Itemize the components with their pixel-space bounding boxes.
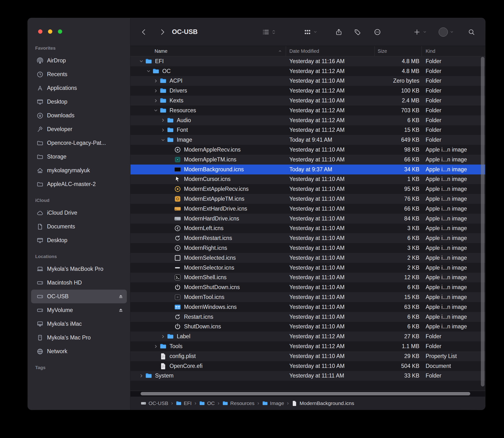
file-row[interactable]: Audio Yesterday at 11:12 AM 6 KB Folder <box>130 115 485 125</box>
disclosure-closed-icon[interactable] <box>152 343 160 350</box>
name-cell: ModernCursor.icns <box>130 176 286 183</box>
tag-button[interactable] <box>354 18 361 46</box>
minimize-button[interactable] <box>48 29 52 34</box>
file-row[interactable]: ModernAppleRecv.icns Yesterday at 11:10 … <box>130 145 485 155</box>
file-row[interactable]: Restart.icns Yesterday at 11:10 AM 6 KB … <box>130 312 485 322</box>
file-row[interactable]: ModernRight.icns Yesterday at 11:10 AM 3… <box>130 243 485 253</box>
horizontal-scrollbar-thumb[interactable] <box>141 392 470 395</box>
sidebar-item-myvolume[interactable]: MyVolume <box>31 303 127 317</box>
sidebar-item-desktop[interactable]: Desktop <box>31 95 127 109</box>
sidebar-item-mykolagrymalyuk[interactable]: mykolagrymalyuk <box>31 164 127 177</box>
path-item-resources[interactable]: Resources <box>222 400 254 406</box>
disclosure-closed-icon[interactable] <box>160 126 167 134</box>
more-button[interactable] <box>374 18 381 46</box>
column-header-date-modified[interactable]: Date Modified <box>286 46 375 56</box>
eject-icon[interactable] <box>118 294 124 300</box>
back-button[interactable] <box>140 18 148 46</box>
file-row[interactable]: config.plist Yesterday at 11:10 AM 29 KB… <box>130 351 485 361</box>
file-row[interactable]: ModernHardDrive.icns Yesterday at 11:10 … <box>130 214 485 224</box>
path-item-efi[interactable]: EFI <box>176 400 192 406</box>
file-row[interactable]: OpenCore.efi Yesterday at 11:10 AM 504 K… <box>130 361 485 371</box>
section-title: iCloud <box>31 197 127 204</box>
group-grid-button[interactable] <box>304 18 318 46</box>
file-row[interactable]: Drivers Yesterday at 11:12 AM 100 KB Fol… <box>130 86 485 96</box>
forward-button[interactable] <box>159 18 166 46</box>
file-row[interactable]: Kexts Yesterday at 11:10 AM 2.4 MB Folde… <box>130 96 485 106</box>
horizontal-scrollbar[interactable] <box>130 391 485 396</box>
sidebar-item-documents[interactable]: Documents <box>31 220 127 233</box>
file-row[interactable]: ModernExtHardDrive.icns Yesterday at 11:… <box>130 204 485 214</box>
sidebar-item-downloads[interactable]: Downloads <box>31 109 127 122</box>
share-button[interactable] <box>335 18 343 46</box>
vertical-scrollbar-thumb[interactable] <box>481 57 484 386</box>
path-item-oc-usb[interactable]: OC-USB <box>141 400 168 406</box>
file-row[interactable]: ModernSelected.icns Yesterday at 11:10 A… <box>130 253 485 263</box>
sidebar-item-opencore-legacy-pat-[interactable]: Opencore-Legacy-Pat... <box>31 136 127 150</box>
sidebar-item-storage[interactable]: Storage <box>31 150 127 164</box>
file-row[interactable]: ModernExtAppleTM.icns Yesterday at 11:10… <box>130 194 485 204</box>
path-item-modernbackground-icns[interactable]: ModernBackground.icns <box>292 400 354 406</box>
disclosure-closed-icon[interactable] <box>152 97 160 104</box>
new-button[interactable] <box>413 18 427 46</box>
sidebar-item-mykola-s-macbook-pro[interactable]: Mykola’s MacBook Pro <box>31 262 127 276</box>
column-header-kind[interactable]: Kind <box>422 46 485 56</box>
file-row[interactable]: ShutDown.icns Yesterday at 11:10 AM 6 KB… <box>130 322 485 332</box>
path-separator: › <box>218 400 219 406</box>
sidebar-item-airdrop[interactable]: AirDrop <box>31 54 127 67</box>
disclosure-open-icon[interactable] <box>145 67 152 75</box>
file-row[interactable]: ModernExtAppleRecv.icns Yesterday at 11:… <box>130 184 485 194</box>
sidebar-item-macintosh-hd[interactable]: Macintosh HD <box>31 276 127 290</box>
file-row[interactable]: Label Yesterday at 11:12 AM 27 KB Folder <box>130 331 485 341</box>
disclosure-closed-icon[interactable] <box>160 117 167 124</box>
disclosure-closed-icon[interactable] <box>152 87 160 94</box>
sidebar-item-desktop[interactable]: Desktop <box>31 233 127 247</box>
disclosure-closed-icon[interactable] <box>152 77 160 85</box>
file-row[interactable]: OC Yesterday at 11:12 AM 4.8 MB Folder <box>130 66 485 76</box>
file-row[interactable]: ModernAppleTM.icns Yesterday at 11:10 AM… <box>130 155 485 164</box>
file-row[interactable]: Resources Yesterday at 11:12 AM 703 KB F… <box>130 106 485 115</box>
disclosure-closed-icon[interactable] <box>160 333 167 340</box>
path-item-oc[interactable]: OC <box>199 400 215 406</box>
vertical-scrollbar[interactable] <box>481 57 484 388</box>
disclosure-closed-icon[interactable] <box>138 372 145 379</box>
close-button[interactable] <box>38 29 42 34</box>
file-row[interactable]: EFI Yesterday at 11:16 AM 4.8 MB Folder <box>130 56 485 66</box>
disclosure-open-icon[interactable] <box>152 107 160 114</box>
sidebar-item-recents[interactable]: Recents <box>31 67 127 81</box>
column-header-name[interactable]: Name <box>130 46 286 56</box>
file-kind: Apple i...n image <box>422 146 485 153</box>
file-row[interactable]: ModernShutDown.icns Yesterday at 11:10 A… <box>130 282 485 292</box>
hammer-icon <box>36 126 44 133</box>
file-row[interactable]: ModernCursor.icns Yesterday at 11:10 AM … <box>130 175 485 184</box>
sidebar-item-network[interactable]: Network <box>31 345 127 358</box>
sidebar-item-applications[interactable]: Applications <box>31 81 127 95</box>
file-row[interactable]: ModernRestart.icns Yesterday at 11:10 AM… <box>130 233 485 243</box>
sidebar-item-developer[interactable]: Developer <box>31 122 127 136</box>
file-row[interactable]: ModernWindows.icns Yesterday at 11:10 AM… <box>130 302 485 312</box>
file-row[interactable]: ModernShell.icns Yesterday at 11:10 AM 1… <box>130 273 485 283</box>
disclosure-open-icon[interactable] <box>138 58 145 65</box>
zoom-button[interactable] <box>58 29 62 34</box>
sidebar-item-icloud-drive[interactable]: iCloud Drive <box>31 206 127 220</box>
sidebar-item-mykola-s-imac[interactable]: Mykola’s iMac <box>31 317 127 331</box>
path-item-image[interactable]: Image <box>262 400 284 406</box>
file-row[interactable]: Font Yesterday at 11:12 AM 15 KB Folder <box>130 125 485 135</box>
disclosure-open-icon[interactable] <box>160 136 167 143</box>
sidebar-item-oc-usb[interactable]: OC-USB <box>31 290 127 303</box>
file-row[interactable]: ModernSelector.icns Yesterday at 11:10 A… <box>130 263 485 273</box>
sidebar-item-mykola-s-mac-pro[interactable]: Mykola’s Mac Pro <box>31 331 127 345</box>
file-row[interactable]: ACPI Yesterday at 11:10 AM Zero bytes Fo… <box>130 76 485 86</box>
file-row[interactable]: Tools Yesterday at 11:12 AM 1.1 MB Folde… <box>130 341 485 351</box>
name-cell: Label <box>130 333 286 340</box>
sidebar-item-applealc-master-2[interactable]: AppleALC-master-2 <box>31 177 127 191</box>
file-row[interactable]: ModernLeft.icns Yesterday at 11:10 AM 3 … <box>130 224 485 233</box>
file-row[interactable]: ModernTool.icns Yesterday at 11:10 AM 15… <box>130 292 485 302</box>
eject-icon[interactable] <box>118 307 124 313</box>
account-button[interactable] <box>439 18 454 46</box>
search-button[interactable] <box>468 18 475 46</box>
file-row[interactable]: System Yesterday at 11:11 AM 33 KB Folde… <box>130 371 485 381</box>
view-list-button[interactable] <box>262 18 276 46</box>
file-row[interactable]: ModernBackground.icns Today at 9:37 AM 3… <box>130 164 485 175</box>
column-header-size[interactable]: Size <box>375 46 422 56</box>
file-row[interactable]: Image Today at 9:41 AM 649 KB Folder <box>130 135 485 145</box>
